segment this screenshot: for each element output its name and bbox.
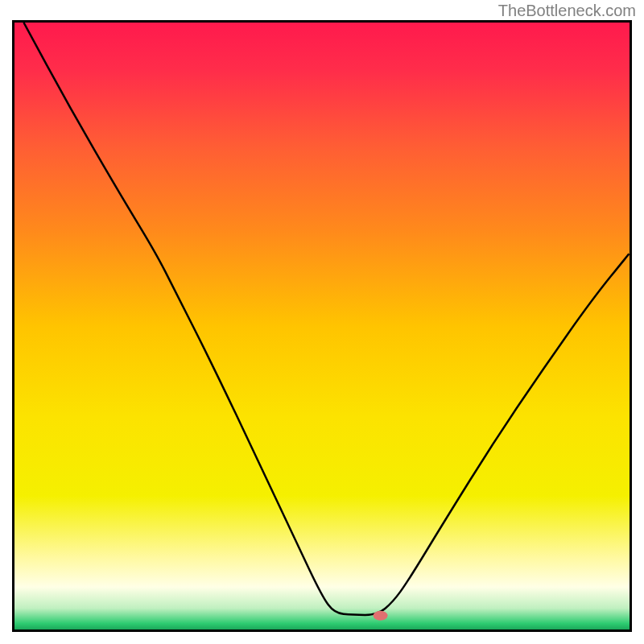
- chart-plot-area: [12, 20, 632, 632]
- optimal-point-marker: [374, 611, 388, 621]
- watermark-text: TheBottleneck.com: [498, 2, 636, 20]
- gradient-background: [14, 23, 630, 630]
- chart-svg: [14, 23, 630, 630]
